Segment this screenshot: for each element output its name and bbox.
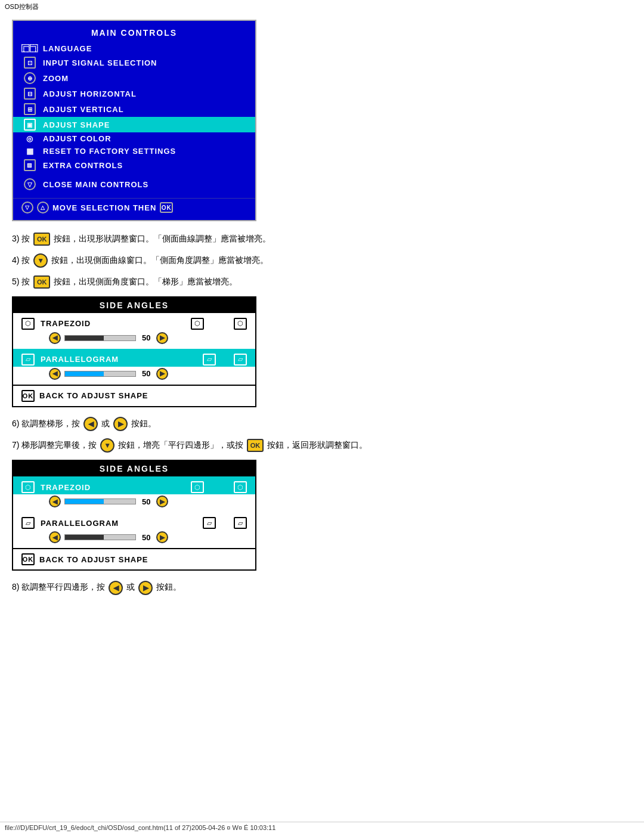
adjust-horizontal-icon: ⊟ [21, 88, 38, 100]
osd-item-language[interactable]: ⿸⿹ LANGUAGE [13, 42, 255, 55]
status-bar: file:///D)/EDFU/crt_19_6/edoc/t_chi/OSD/… [0, 822, 644, 833]
footer-down-icon: △ [37, 202, 49, 213]
parallelogram2-left-icon: ▱ [203, 517, 216, 529]
para-6: 6) 欲調整梯形，按 ◀ 或 ▶ 按鈕。 [12, 417, 632, 431]
side-panel-1-title: SIDE ANGLES [13, 298, 255, 313]
parallelogram-value: 50 [142, 369, 150, 378]
side-panel-1-footer: OK BACK TO ADJUST SHAPE [13, 385, 255, 406]
para-3: 3) 按 OK 按鈕，出現形狀調整窗口。「側面曲線調整」應當被增亮。 [12, 232, 632, 246]
parallelogram-right-arrow[interactable]: ▶ [156, 368, 168, 380]
trapezoid-right-icon: ⬡ [234, 318, 247, 330]
top-bar: OSD控制器 [0, 0, 644, 14]
parallelogram2-value: 50 [142, 533, 150, 542]
side-panel-row-trapezoid[interactable]: ⬡ TRAPEZOID ⬡ ⬡ [13, 313, 255, 331]
btn-right-p8: ▶ [138, 581, 153, 595]
parallelogram2-slider[interactable] [64, 534, 136, 540]
status-text: file:///D)/EDFU/crt_19_6/edoc/t_chi/OSD/… [5, 824, 275, 831]
osd-label-adjust-vertical: ADJUST VERTICAL [43, 105, 124, 114]
osd-label-adjust-shape: ADJUST SHAPE [43, 120, 110, 129]
trapezoid-label: TRAPEZOID [41, 319, 185, 328]
extra-icon: ▨ [21, 159, 38, 171]
osd-item-adjust-shape[interactable]: ▣ ADJUST SHAPE [13, 117, 255, 132]
side-panel-2-footer: OK BACK TO ADJUST SHAPE [13, 548, 255, 569]
osd-item-extra[interactable]: ▨ EXTRA CONTROLS [13, 157, 255, 173]
btn-down-p4: ▼ [33, 253, 48, 268]
parallelogram2-left-arrow[interactable]: ◀ [49, 531, 61, 543]
osd-item-adjust-color[interactable]: ◎ ADJUST COLOR [13, 132, 255, 145]
trapezoid2-right-arrow[interactable]: ▶ [156, 496, 168, 507]
parallelogram-slider[interactable] [64, 371, 136, 377]
side-panel-slider-parallelogram: ◀ 50 ▶ [13, 367, 255, 385]
trapezoid-icon: ⬡ [21, 318, 35, 330]
parallelogram2-right-icon: ▱ [234, 517, 247, 529]
btn-right-p6: ▶ [113, 417, 128, 431]
osd-item-reset[interactable]: ▦ RESET TO FACTORY SETTINGS [13, 145, 255, 157]
btn-down-p7: ▼ [100, 438, 114, 453]
btn-ok-p3: OK [33, 233, 50, 246]
side-panel-2-row-trapezoid[interactable]: ⬡ TRAPEZOID ⬡ ⬡ [13, 476, 255, 494]
back-icon: OK [21, 390, 35, 402]
osd-label-zoom: ZOOM [43, 74, 69, 83]
side-panel-slider-trapezoid: ◀ 50 ▶ [13, 331, 255, 349]
parallelogram-icon: ▱ [21, 354, 35, 366]
trapezoid2-label: TRAPEZOID [41, 483, 185, 492]
osd-item-zoom[interactable]: ⊕ ZOOM [13, 70, 255, 86]
trapezoid2-slider[interactable] [64, 498, 136, 504]
trapezoid-slider[interactable] [64, 335, 136, 341]
osd-item-input-signal[interactable]: ⊡ INPUT SIGNAL SELECTION [13, 55, 255, 70]
input-signal-icon: ⊡ [21, 57, 38, 69]
side-panel-1: SIDE ANGLES ⬡ TRAPEZOID ⬡ ⬡ ◀ 50 ▶ ▱ PAR… [12, 296, 256, 407]
para-5: 5) 按 OK 按鈕，出現側面角度窗口。「梯形」應當被增亮。 [12, 275, 632, 289]
side-panel-2: SIDE ANGLES ⬡ TRAPEZOID ⬡ ⬡ ◀ 50 ▶ ▱ PAR… [12, 460, 256, 571]
parallelogram-right-icon: ▱ [234, 354, 247, 366]
back2-icon: OK [21, 553, 35, 565]
trapezoid2-left-arrow[interactable]: ◀ [49, 496, 61, 507]
adjust-color-icon: ◎ [21, 134, 38, 143]
btn-left-p6: ◀ [83, 417, 98, 431]
parallelogram-label: PARALLELOGRAM [41, 355, 197, 364]
osd-item-adjust-vertical[interactable]: ⊞ ADJUST VERTICAL [13, 101, 255, 117]
back-label: BACK TO ADJUST SHAPE [39, 391, 148, 400]
para-4: 4) 按 ▼ 按鈕，出現側面曲線窗口。「側面角度調整」應當被增亮。 [12, 253, 632, 268]
para-7: 7) 梯形調整完畢後，按 ▼ 按鈕，增亮「平行四邊形」，或按 OK 按鈕，返回形… [12, 438, 632, 453]
trapezoid-value: 50 [142, 333, 150, 342]
side-panel-2-row-parallelogram[interactable]: ▱ PARALLELOGRAM ▱ ▱ [13, 512, 255, 530]
osd-label-adjust-horizontal: ADJUST HORIZONTAL [43, 89, 137, 98]
trapezoid-right-arrow[interactable]: ▶ [156, 332, 168, 344]
zoom-icon: ⊕ [21, 72, 38, 84]
ok-icon: OK [160, 202, 173, 213]
top-bar-title: OSD控制器 [5, 3, 39, 10]
osd-label-language: LANGUAGE [43, 44, 92, 53]
footer-up-icon: ▽ [21, 202, 33, 213]
reset-icon: ▦ [21, 147, 38, 156]
adjust-vertical-icon: ⊞ [21, 103, 38, 115]
parallelogram-left-icon: ▱ [203, 354, 216, 366]
side-panel-2-slider-parallelogram: ◀ 50 ▶ [13, 530, 255, 548]
trapezoid2-right-icon: ⬡ [234, 481, 247, 493]
osd-label-adjust-color: ADJUST COLOR [43, 134, 112, 143]
btn-left-p8: ◀ [109, 581, 123, 595]
adjust-shape-icon: ▣ [21, 119, 38, 131]
osd-label-close: CLOSE MAIN CONTROLS [43, 180, 148, 189]
trapezoid-left-arrow[interactable]: ◀ [49, 332, 61, 344]
back2-label: BACK TO ADJUST SHAPE [39, 555, 148, 564]
btn-ok-p5: OK [33, 275, 50, 289]
parallelogram2-icon: ▱ [21, 517, 35, 529]
side-panel-row-parallelogram[interactable]: ▱ PARALLELOGRAM ▱ ▱ [13, 349, 255, 367]
osd-item-close[interactable]: ▽ CLOSE MAIN CONTROLS [13, 176, 255, 192]
osd-title: MAIN CONTROLS [13, 24, 255, 42]
osd-item-adjust-horizontal[interactable]: ⊟ ADJUST HORIZONTAL [13, 86, 255, 101]
osd-footer: ▽ △ MOVE SELECTION THEN OK [13, 198, 255, 216]
trapezoid2-icon: ⬡ [21, 481, 35, 493]
trapezoid-left-icon: ⬡ [191, 318, 204, 330]
parallelogram-left-arrow[interactable]: ◀ [49, 368, 61, 380]
trapezoid2-value: 50 [142, 497, 150, 506]
osd-footer-label: MOVE SELECTION THEN [52, 203, 156, 212]
para-8: 8) 欲調整平行四邊形，按 ◀ 或 ▶ 按鈕。 [12, 580, 632, 594]
osd-label-input-signal: INPUT SIGNAL SELECTION [43, 58, 157, 67]
language-icon: ⿸⿹ [21, 44, 38, 53]
osd-menu: MAIN CONTROLS ⿸⿹ LANGUAGE ⊡ INPUT SIGNAL… [12, 20, 256, 221]
btn-ok-p7: OK [247, 439, 264, 452]
parallelogram2-right-arrow[interactable]: ▶ [156, 531, 168, 543]
parallelogram2-label: PARALLELOGRAM [41, 519, 197, 528]
